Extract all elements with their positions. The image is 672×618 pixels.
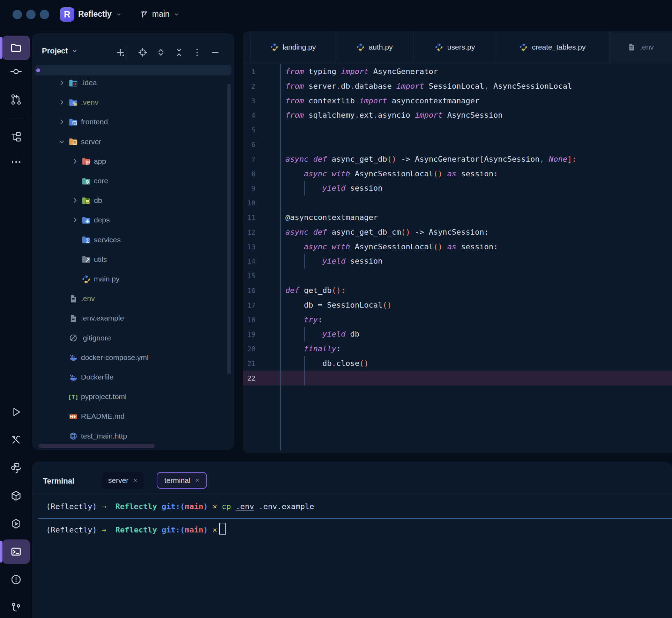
tool-button-git-branch-icon[interactable] [2,595,30,618]
editor-tab-auth-py[interactable]: auth.py [335,31,414,63]
chevron-right-icon[interactable] [58,118,66,126]
tool-button-run-icon[interactable] [2,400,30,424]
tree-item--env-example[interactable]: .env.example [35,310,229,326]
svg-text:[T]: [T] [69,394,78,400]
terminal-panel-title: Terminal [43,477,74,486]
window-minimize-button[interactable] [26,10,36,19]
vcs-branch-widget[interactable]: main [140,9,180,19]
expand-all-icon[interactable] [156,47,166,58]
tree-item-docker-compose-yml[interactable]: docker-compose.yml [35,350,229,366]
line-number: 22 [244,371,255,385]
code-line-2: from server.db.database import SessionLo… [285,79,672,94]
tree-item--venv[interactable]: .venv [35,94,229,110]
tool-button-tools-icon[interactable] [2,428,30,452]
tool-button-services-icon[interactable] [2,512,30,536]
tool-button-folder-icon[interactable] [2,36,30,60]
chevron-right-icon[interactable] [71,157,79,165]
line-number: 18 [244,312,255,327]
editor-tab-landing-py[interactable]: landing.py [251,31,335,63]
tree-item--gitignore[interactable]: .gitignore [35,330,229,346]
tree-item-core[interactable]: core [35,173,229,189]
line-number: 13 [244,240,255,254]
line-number: 2 [244,79,255,94]
tree-vertical-scrollbar[interactable] [227,84,231,374]
project-switcher[interactable]: Reflectly [78,9,122,19]
kebab-icon[interactable] [192,47,202,58]
line-number: 3 [244,94,255,108]
close-icon[interactable]: × [195,477,199,484]
code-line-10 [285,196,672,210]
tree-horizontal-scrollbar[interactable] [39,444,155,448]
code-line-11: @asynccontextmanager [285,210,672,225]
tree-item-services[interactable]: services [35,232,229,248]
chevron-right-icon[interactable] [71,216,79,224]
chevron-right-icon[interactable] [58,98,66,106]
markdown-file-icon [69,412,78,421]
tab-strip-lead [243,31,251,63]
tree-root-row[interactable] [35,65,231,75]
tree-item-dockerfile[interactable]: Dockerfile [35,369,229,385]
editor-tab-users-py[interactable]: users.py [414,31,496,63]
tree-item-pyproject-toml[interactable]: [T]pyproject.toml [35,389,229,405]
tree-item-label: .env [81,294,95,303]
tool-button-terminal-icon[interactable] [2,539,30,564]
command-block-divider [38,518,672,519]
close-icon[interactable]: × [133,477,137,484]
terminal-tool-window: Terminal server×terminal× (Reflectly) → … [32,462,672,618]
tree-item-utils[interactable]: utils [35,251,229,267]
tree-item-db[interactable]: db [35,192,229,208]
code-line-12: async def async_get_db_cm() -> AsyncSess… [285,225,672,240]
tool-button-structure-icon[interactable] [2,125,30,149]
editor-tab-create-tables-py[interactable]: create_tables.py [496,31,609,63]
tool-button-python-icon[interactable] [2,456,30,480]
tool-button-commit-icon[interactable] [2,59,30,84]
tree-item-readme-md[interactable]: README.md [35,408,229,424]
chevron-down-icon[interactable] [58,138,66,146]
terminal-tab-terminal[interactable]: terminal× [157,472,207,489]
editor-area: landing.pyauth.pyusers.pycreate_tables.p… [243,31,672,453]
line-number: 20 [244,341,255,356]
tree-item-app[interactable]: app [35,153,229,169]
editor-tab--env[interactable]: .env [609,31,672,63]
editor-tab-bar: landing.pyauth.pyusers.pycreate_tables.p… [243,31,672,63]
tool-button-pull-request-icon[interactable] [2,87,30,112]
collapse-all-icon[interactable] [174,47,184,58]
plus-icon[interactable] [115,47,126,58]
tree-item-frontend[interactable]: frontend [35,114,229,130]
ide-window: R Reflectly main Project IJ.idea.venvfro… [0,0,672,618]
tree-item-main-py[interactable]: main.py [35,271,229,287]
tree-item--env[interactable]: .env [35,290,229,307]
folder-services-icon [82,235,91,244]
code-line-9: yield session [285,181,672,196]
line-number: 11 [244,210,255,225]
tree-item-test-main-http[interactable]: test_main.http [35,428,229,444]
terminal-tab-server[interactable]: server× [101,472,144,489]
chevron-right-icon[interactable] [71,197,79,204]
minimize-icon[interactable] [210,47,221,58]
file-doc-icon [69,314,78,323]
code-line-5 [285,123,672,137]
locate-icon[interactable] [137,47,148,58]
tool-button-packages-icon[interactable] [2,484,30,508]
docker-file-icon [69,373,78,382]
line-number: 10 [244,196,255,210]
tool-button-more-icon[interactable] [2,150,30,174]
project-panel-title[interactable]: Project [42,46,78,56]
tree-item-deps[interactable]: deps [35,212,229,228]
code-line-6 [285,137,672,152]
line-number: 9 [244,181,255,196]
line-number: 19 [244,327,255,341]
folder-app-icon [82,157,91,165]
tree-item-label: main.py [94,275,120,283]
tree-item-label: db [94,196,102,205]
window-zoom-button[interactable] [40,10,49,19]
toolbar-divider [8,118,24,118]
tree-item-label: .venv [81,98,98,106]
line-number: 17 [244,298,255,312]
tree-item--idea[interactable]: IJ.idea [35,75,229,91]
tree-item-server[interactable]: server [35,134,229,150]
window-close-button[interactable] [13,10,22,19]
chevron-right-icon[interactable] [58,79,66,87]
branch-name: main [152,9,170,19]
tool-button-problems-icon[interactable] [2,567,30,592]
